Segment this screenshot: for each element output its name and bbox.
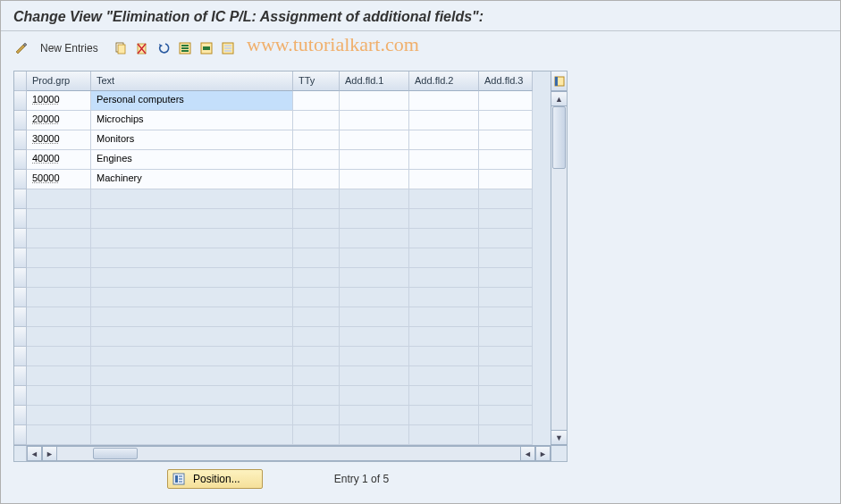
cell-empty[interactable] <box>409 406 479 425</box>
cell-tty[interactable] <box>293 130 340 150</box>
row-selector[interactable] <box>14 406 27 425</box>
cell-empty[interactable] <box>27 229 91 248</box>
row-selector[interactable] <box>14 327 27 347</box>
cell-empty[interactable] <box>91 307 293 327</box>
row-selector[interactable] <box>14 170 27 189</box>
cell-empty[interactable] <box>293 288 340 307</box>
cell-empty[interactable] <box>91 248 293 268</box>
cell-empty[interactable] <box>409 386 479 406</box>
cell-empty[interactable] <box>479 209 533 229</box>
row-selector[interactable] <box>14 386 27 406</box>
cell-empty[interactable] <box>479 347 533 366</box>
cell-empty[interactable] <box>479 189 533 209</box>
cell-empty[interactable] <box>27 347 91 366</box>
cell-empty[interactable] <box>293 268 340 288</box>
cell-empty[interactable] <box>479 327 533 347</box>
cell-empty[interactable] <box>479 268 533 288</box>
row-selector[interactable] <box>14 150 27 170</box>
select-block-icon[interactable] <box>198 40 214 56</box>
cell-empty[interactable] <box>91 229 293 248</box>
hsb-right-1[interactable]: ► <box>42 446 57 461</box>
cell-af1[interactable] <box>340 170 409 189</box>
cell-empty[interactable] <box>293 327 340 347</box>
row-selector[interactable] <box>14 366 27 386</box>
cell-af3[interactable] <box>479 150 533 170</box>
cell-prod[interactable]: 50000 <box>27 170 91 189</box>
cell-af3[interactable] <box>479 111 533 130</box>
cell-af1[interactable] <box>340 91 409 111</box>
cell-prod[interactable]: 30000 <box>27 130 91 150</box>
cell-empty[interactable] <box>27 425 91 445</box>
cell-empty[interactable] <box>340 347 409 366</box>
row-selector[interactable] <box>14 229 27 248</box>
cell-empty[interactable] <box>27 327 91 347</box>
row-selector[interactable] <box>14 130 27 150</box>
cell-empty[interactable] <box>293 229 340 248</box>
cell-empty[interactable] <box>479 229 533 248</box>
cell-af1[interactable] <box>340 150 409 170</box>
cell-empty[interactable] <box>293 366 340 386</box>
deselect-all-icon[interactable] <box>220 40 236 56</box>
cell-af3[interactable] <box>479 91 533 111</box>
cell-prod[interactable]: 40000 <box>27 150 91 170</box>
cell-text[interactable]: Microchips <box>91 111 293 130</box>
cell-empty[interactable] <box>340 209 409 229</box>
row-selector[interactable] <box>14 268 27 288</box>
cell-empty[interactable] <box>293 347 340 366</box>
cell-text[interactable]: Engines <box>91 150 293 170</box>
cell-empty[interactable] <box>340 386 409 406</box>
cell-empty[interactable] <box>409 425 479 445</box>
col-header-addfld2[interactable]: Add.fld.2 <box>409 71 479 91</box>
cell-empty[interactable] <box>293 425 340 445</box>
row-selector[interactable] <box>14 288 27 307</box>
new-entries-button[interactable]: New Entries <box>35 40 104 56</box>
row-selector[interactable] <box>14 209 27 229</box>
cell-empty[interactable] <box>293 189 340 209</box>
cell-af2[interactable] <box>409 170 479 189</box>
cell-empty[interactable] <box>293 248 340 268</box>
row-selector[interactable] <box>14 425 27 445</box>
col-header-addfld3[interactable]: Add.fld.3 <box>479 71 533 91</box>
cell-af2[interactable] <box>409 111 479 130</box>
vsb-up[interactable]: ▲ <box>551 91 567 106</box>
cell-empty[interactable] <box>340 327 409 347</box>
copy-as-icon[interactable] <box>113 40 129 56</box>
cell-empty[interactable] <box>409 189 479 209</box>
hsb-right-2[interactable]: ► <box>535 446 551 461</box>
cell-empty[interactable] <box>409 288 479 307</box>
cell-empty[interactable] <box>293 307 340 327</box>
cell-empty[interactable] <box>91 189 293 209</box>
cell-empty[interactable] <box>340 288 409 307</box>
undo-icon[interactable] <box>156 40 172 56</box>
cell-af3[interactable] <box>479 130 533 150</box>
row-selector[interactable] <box>14 347 27 366</box>
cell-empty[interactable] <box>340 189 409 209</box>
cell-text[interactable]: Personal computers <box>91 91 293 111</box>
cell-empty[interactable] <box>91 366 293 386</box>
cell-empty[interactable] <box>27 189 91 209</box>
cell-empty[interactable] <box>479 288 533 307</box>
cell-af2[interactable] <box>409 130 479 150</box>
cell-empty[interactable] <box>340 425 409 445</box>
row-selector[interactable] <box>14 248 27 268</box>
delete-icon[interactable] <box>134 40 150 56</box>
cell-empty[interactable] <box>340 229 409 248</box>
cell-empty[interactable] <box>409 327 479 347</box>
cell-text[interactable]: Machinery <box>91 170 293 189</box>
cell-empty[interactable] <box>91 425 293 445</box>
cell-empty[interactable] <box>340 268 409 288</box>
row-selector[interactable] <box>14 111 27 130</box>
cell-empty[interactable] <box>340 406 409 425</box>
cell-empty[interactable] <box>27 209 91 229</box>
hsb-left-1[interactable]: ◄ <box>27 446 42 461</box>
cell-empty[interactable] <box>27 386 91 406</box>
cell-empty[interactable] <box>409 209 479 229</box>
cell-empty[interactable] <box>27 248 91 268</box>
cell-empty[interactable] <box>409 347 479 366</box>
cell-empty[interactable] <box>409 307 479 327</box>
cell-empty[interactable] <box>479 366 533 386</box>
cell-empty[interactable] <box>409 366 479 386</box>
hsb-thumb[interactable] <box>93 448 138 459</box>
cell-af2[interactable] <box>409 150 479 170</box>
col-header-addfld1[interactable]: Add.fld.1 <box>340 71 409 91</box>
